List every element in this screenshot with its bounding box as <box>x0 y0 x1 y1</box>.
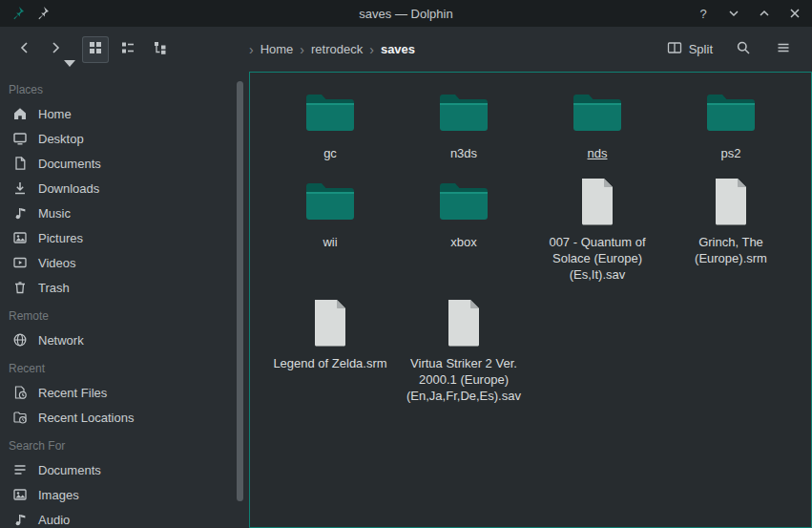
file-007-quantum-of-solace[interactable]: 007 - Quantum of Solace (Europe) (Es,It)… <box>531 175 664 283</box>
sidebar-item-label: Videos <box>38 256 76 270</box>
close-button[interactable] <box>787 6 802 21</box>
folder-ps2[interactable]: ps2 <box>664 86 798 161</box>
sidebar-item-search-images[interactable]: Images <box>0 482 249 507</box>
sidebar-item-label: Home <box>38 107 72 121</box>
folder-n3ds[interactable]: n3ds <box>397 86 531 161</box>
hamburger-menu-button[interactable] <box>770 36 797 63</box>
section-header: Places <box>0 77 249 101</box>
sidebar-item-label: Network <box>38 333 84 348</box>
folder-icon <box>438 175 489 228</box>
section-remote: Remote Network <box>0 304 249 352</box>
breadcrumb-saves[interactable]: saves <box>376 39 420 59</box>
tree-view-button[interactable] <box>147 36 174 63</box>
downloads-icon <box>12 180 28 196</box>
icons-view-button[interactable] <box>82 36 109 63</box>
hamburger-menu-icon <box>776 40 791 58</box>
pin-icon[interactable] <box>34 6 50 21</box>
item-name: 007 - Quantum of Solace (Europe) (Es,It)… <box>539 234 656 283</box>
sidebar-item-music[interactable]: Music <box>0 201 249 225</box>
minimize-button[interactable] <box>726 6 741 21</box>
content: Places Home Desktop Documents Downloads <box>0 72 812 528</box>
split-label: Split <box>689 42 713 56</box>
file-icon <box>312 296 348 349</box>
nav-buttons <box>11 36 69 63</box>
item-name: Legend of Zelda.srm <box>273 355 386 371</box>
folder-icon <box>705 86 757 139</box>
sidebar-item-downloads[interactable]: Downloads <box>0 176 249 201</box>
section-recent: Recent Recent Files Recent Locations <box>0 356 249 430</box>
sidebar-item-label: Desktop <box>38 132 84 146</box>
music-icon <box>12 205 28 221</box>
sidebar-item-label: Images <box>38 488 79 502</box>
sidebar-item-home[interactable]: Home <box>0 101 249 126</box>
sidebar-scrollbar[interactable] <box>237 81 243 501</box>
videos-icon <box>12 255 28 270</box>
document-icon <box>12 156 28 171</box>
breadcrumb-home[interactable]: Home <box>256 39 299 59</box>
titlebar: saves — Dolphin ? <box>0 0 812 27</box>
help-button[interactable]: ? <box>696 6 711 21</box>
sidebar-item-label: Trash <box>38 281 70 295</box>
folder-view: gc n3ds nds ps2 wii <box>249 72 812 528</box>
item-name: ps2 <box>721 145 741 161</box>
recent-locations-icon <box>12 410 28 425</box>
file-legend-of-zelda[interactable]: Legend of Zelda.srm <box>263 296 397 404</box>
sidebar-item-documents[interactable]: Documents <box>0 151 249 176</box>
breadcrumb: › Home › retrodeck › saves <box>174 39 663 59</box>
item-name: nds <box>588 145 608 161</box>
sidebar-item-label: Audio <box>38 513 70 527</box>
sidebar-item-label: Downloads <box>38 181 99 196</box>
forward-dropdown-icon[interactable] <box>62 55 70 63</box>
breadcrumb-chevron-icon: › <box>299 43 305 56</box>
breadcrumb-chevron-icon: › <box>248 43 255 56</box>
sidebar-item-label: Recent Locations <box>38 411 134 425</box>
maximize-button[interactable] <box>757 6 772 21</box>
sidebar-item-label: Documents <box>38 157 101 171</box>
sidebar-item-recent-files[interactable]: Recent Files <box>0 380 249 405</box>
network-icon <box>12 332 28 348</box>
window-title: saves — Dolphin <box>0 7 812 21</box>
sidebar-item-network[interactable]: Network <box>0 327 249 352</box>
file-icon <box>446 296 482 349</box>
search-documents-icon <box>12 462 28 477</box>
split-icon <box>667 40 682 58</box>
search-icon <box>736 40 751 58</box>
file-virtua-striker-2[interactable]: Virtua Striker 2 Ver. 2000.1 (Europe) (E… <box>397 296 531 404</box>
app-pin-icon[interactable] <box>10 6 25 21</box>
folder-gc[interactable]: gc <box>263 86 397 161</box>
trash-icon <box>12 280 28 295</box>
window-controls: ? <box>696 6 802 21</box>
breadcrumb-retrodeck[interactable]: retrodeck <box>306 39 367 59</box>
dolphin-window: saves — Dolphin ? <box>0 0 812 528</box>
forward-icon <box>48 40 63 58</box>
details-view-button[interactable] <box>115 36 141 63</box>
icons-view-icon <box>88 40 103 58</box>
item-name: wii <box>323 234 337 250</box>
folder-nds[interactable]: nds <box>531 86 664 161</box>
toolbar: › Home › retrodeck › saves Split <box>0 27 812 72</box>
forward-button[interactable] <box>42 36 69 63</box>
folder-wii[interactable]: wii <box>263 175 397 283</box>
home-icon <box>12 106 28 121</box>
back-button[interactable] <box>11 36 38 63</box>
sidebar-item-trash[interactable]: Trash <box>0 275 249 300</box>
breadcrumb-chevron-icon: › <box>368 43 375 56</box>
sidebar-item-pictures[interactable]: Pictures <box>0 225 249 250</box>
places-panel: Places Home Desktop Documents Downloads <box>0 72 249 528</box>
sidebar-item-desktop[interactable]: Desktop <box>0 126 249 151</box>
toolbar-right: Split <box>663 36 801 63</box>
file-grinch-the[interactable]: Grinch, The (Europe).srm <box>664 175 798 283</box>
sidebar-item-videos[interactable]: Videos <box>0 250 249 275</box>
sidebar-item-recent-locations[interactable]: Recent Locations <box>0 405 249 430</box>
sidebar-item-search-documents[interactable]: Documents <box>0 457 249 482</box>
item-name: n3ds <box>450 145 477 161</box>
item-name: Virtua Striker 2 Ver. 2000.1 (Europe) (E… <box>406 355 522 404</box>
pictures-icon <box>12 230 28 245</box>
folder-xbox[interactable]: xbox <box>397 175 531 283</box>
section-search-for: Search For Documents Images Audio <box>0 433 249 528</box>
search-audio-icon <box>12 512 28 527</box>
item-name: Grinch, The (Europe).srm <box>673 234 789 266</box>
search-button[interactable] <box>730 36 757 63</box>
sidebar-item-search-audio[interactable]: Audio <box>0 507 249 528</box>
split-button[interactable]: Split <box>663 36 717 62</box>
